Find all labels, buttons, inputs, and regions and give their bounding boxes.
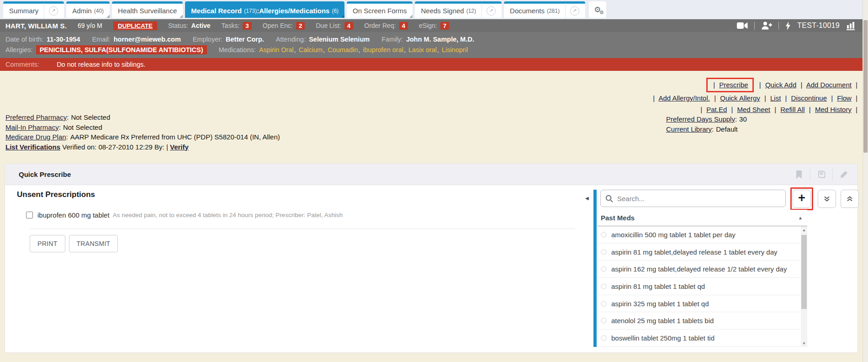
esign-badge[interactable]: 7 (440, 22, 450, 30)
open-external-icon[interactable]: ↗ (49, 6, 58, 16)
rx-preferences: Preferred Days Supply:30 Current Library… (666, 114, 747, 134)
pencil-icon[interactable] (833, 164, 855, 185)
medication-link[interactable]: ibuprofen oral (363, 46, 403, 53)
med-item-label: boswellin tablet 250mg 1 tablet tid (611, 334, 715, 342)
med-list-item[interactable]: aspirin 81 mg tablet 1 tablet qd (597, 278, 800, 295)
med-item-label: aspirin 81 mg tablet 1 tablet qd (611, 282, 705, 290)
open-external-icon[interactable]: ↗ (487, 6, 496, 16)
scroll-down-icon[interactable]: ▼ (801, 340, 807, 347)
prescription-checkbox[interactable] (26, 212, 33, 218)
days-supply-line: Preferred Days Supply:30 (666, 114, 747, 124)
tab-bar: Summary ↗ Admin (40) Health Surveillance… (0, 0, 868, 19)
med-item-label: aspirin 81 mg tablet,delayed release 1 t… (611, 248, 778, 256)
page-scrollbar-thumb[interactable] (863, 20, 868, 153)
collapse-left-icon[interactable]: ◀ (585, 196, 589, 201)
medication-link[interactable]: Lasix oral (408, 46, 437, 53)
medicare-plan-line: Medicare Drug Plan:AARP Medicare Rx Pref… (5, 132, 280, 142)
add-allergy-link[interactable]: Add Allergy/Intol. (658, 94, 710, 102)
open-external-icon[interactable]: ↗ (570, 6, 579, 16)
add-annotation-box: + (790, 187, 813, 210)
verify-link[interactable]: Verify (170, 143, 189, 151)
mailin-pharmacy-link[interactable]: Mail-In Pharmacy (5, 123, 59, 131)
order-req-badge[interactable]: 4 (399, 22, 408, 30)
medication-link[interactable]: Calcium (299, 46, 323, 53)
refill-all-link[interactable]: Refill All (780, 106, 804, 113)
current-library-link[interactable]: Current Library (666, 125, 712, 133)
separator: | (831, 94, 833, 102)
tab-needs-signed[interactable]: Needs Signed (12) ↗ (415, 1, 502, 18)
med-search-input[interactable] (600, 190, 786, 207)
medicare-plan-link[interactable]: Medicare Drug Plan (5, 133, 66, 141)
med-list-item[interactable]: atenolol 25 mg tablet 1 tablets bid (597, 312, 800, 330)
flow-link[interactable]: Flow (837, 94, 852, 102)
days-supply-link[interactable]: Preferred Days Supply (666, 115, 735, 123)
quick-allergy-link[interactable]: Quick Allergy (720, 94, 760, 102)
med-history-link[interactable]: Med History (815, 106, 852, 113)
medication-link[interactable]: Aspirin Oral (259, 46, 294, 53)
page-scrollbar[interactable] (863, 0, 868, 362)
tab-needs-signed-count: (12) (466, 8, 476, 14)
med-list-item[interactable]: boswellin tablet 250mg 1 tablet tid (597, 330, 800, 347)
past-meds-title: Past Meds (601, 214, 635, 222)
med-list-item[interactable]: aspirin 81 mg tablet,delayed release 1 t… (597, 244, 800, 261)
discontinue-link[interactable]: Discontinue (791, 94, 827, 102)
tab-admin-count: (40) (94, 8, 104, 14)
allergies-value[interactable]: PENICILLINS, SULFA(SULFONAMIDE ANTIBIOTI… (36, 45, 207, 54)
preferred-pharmacy-link[interactable]: Preferred Pharmacy (5, 113, 67, 121)
list-link[interactable]: List (770, 94, 781, 102)
collapse-all-button[interactable] (841, 190, 859, 208)
settings-gear-button[interactable]: ⚙ ⚙ (589, 1, 606, 18)
tab-admin[interactable]: Admin (40) (66, 1, 110, 18)
separator: | (714, 94, 716, 102)
colon: : (66, 133, 68, 141)
add-med-button[interactable]: + (793, 190, 811, 208)
bookmark-icon[interactable] (788, 164, 810, 185)
verified-on-text: Verified on: 08-27-2010 12:29 By: | (62, 143, 168, 151)
tab-documents-label: Documents (510, 7, 545, 15)
past-meds-box: Past Meds ▲ amoxicillin 500 mg tablet 1 … (597, 210, 807, 347)
med-list-item[interactable]: amoxicillin 500 mg tablet 1 tablet per d… (597, 226, 800, 244)
separator: | (713, 81, 715, 89)
panel-title: Quick Prescribe (19, 170, 71, 178)
past-meds-header[interactable]: Past Meds ▲ (597, 210, 807, 226)
med-list-item[interactable]: aspirin 162 mg tablet,delayed release 1/… (597, 261, 800, 278)
print-button[interactable]: PRINT (30, 235, 65, 252)
lightning-bolt-icon[interactable] (785, 21, 791, 30)
separator: | (700, 106, 702, 113)
list-verifications-link[interactable]: List Verifications (5, 143, 60, 151)
book-icon[interactable] (810, 164, 832, 185)
scroll-up-icon[interactable]: ▲ (801, 226, 807, 234)
email-label: Email: (92, 36, 110, 43)
separator: | (653, 94, 655, 102)
medication-link[interactable]: Coumadin (328, 46, 358, 53)
video-camera-icon[interactable] (737, 22, 748, 29)
expand-all-button[interactable] (818, 190, 836, 208)
collapse-up-icon[interactable]: ▲ (798, 215, 803, 220)
quick-add-link[interactable]: Quick Add (765, 81, 796, 89)
open-enc-badge[interactable]: 2 (296, 22, 305, 30)
med-list-item[interactable]: aspirin 325 mg tablet 1 tablet qd (597, 295, 800, 313)
add-person-icon[interactable] (761, 21, 772, 30)
bar-chart-icon[interactable] (846, 21, 856, 30)
scrollbar-thumb[interactable] (801, 235, 807, 309)
due-list-badge[interactable]: 4 (344, 22, 354, 30)
transmit-button[interactable]: TRANSMIT (69, 235, 118, 252)
pat-ed-link[interactable]: Pat.Ed (706, 106, 727, 113)
tab-summary[interactable]: Summary ↗ (3, 1, 64, 18)
tab-documents[interactable]: Documents (281) ↗ (504, 1, 585, 18)
list-scrollbar[interactable]: ▲ ▼ (801, 226, 807, 347)
tasks-badge[interactable]: 3 (243, 22, 252, 30)
med-sheet-link[interactable]: Med Sheet (737, 106, 770, 113)
tab-on-screen-forms[interactable]: On Screen Forms (347, 1, 413, 18)
prescribe-link[interactable]: Prescribe (719, 81, 748, 89)
patient-age-sex: 69 y/o M (78, 22, 102, 29)
duplicate-flag[interactable]: DUPLICATE (113, 21, 157, 30)
divider (754, 22, 755, 30)
bullet-icon (601, 266, 607, 272)
medication-link[interactable]: Lisinopril (442, 46, 468, 53)
tab-health-surveillance[interactable]: Health Surveillance (112, 1, 183, 18)
tab-medical-record[interactable]: Medical Record (173) :Allergies/Medicati… (185, 1, 344, 18)
separator: | (800, 81, 802, 89)
prescription-actions: PRINT TRANSMIT (30, 235, 118, 252)
add-document-link[interactable]: Add Document (806, 81, 852, 89)
